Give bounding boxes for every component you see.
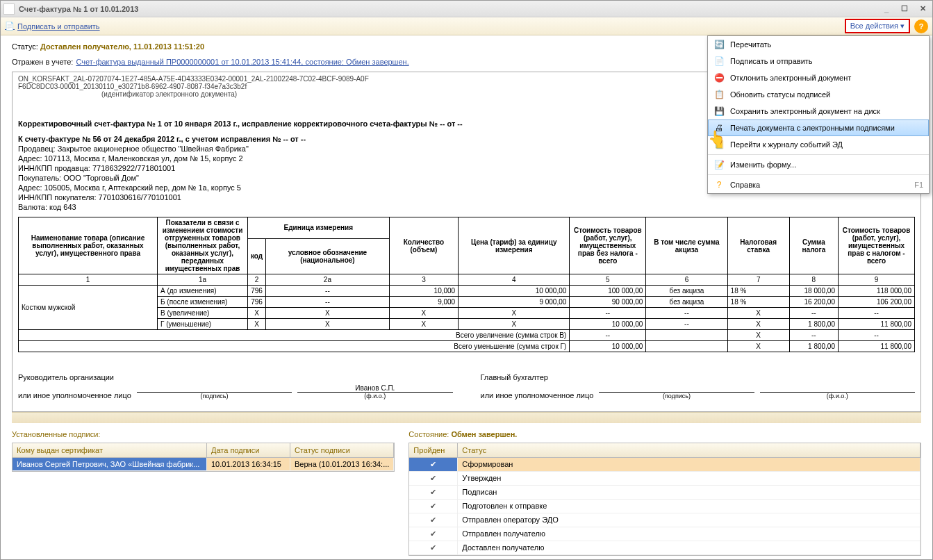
titlebar: Счет-фактура № 1 от 10.01.2013 _ ☐ ✕ xyxy=(1,1,932,17)
menu-journal[interactable]: 📒Перейти к журналу событий ЭД xyxy=(708,136,929,153)
status-row[interactable]: ✔Сформирован xyxy=(409,458,920,472)
status-row[interactable]: ✔Утвержден xyxy=(409,472,920,486)
save-icon: 💾 xyxy=(713,106,725,117)
reflected-invoice-link[interactable]: Счет-фактура выданный ПР0000000001 от 10… xyxy=(76,58,408,66)
menu-save-disk[interactable]: 💾Сохранить электронный документ на диск xyxy=(708,103,929,120)
minimize-button[interactable]: _ xyxy=(880,3,893,15)
signatures-title: Установленные подписи: xyxy=(12,430,395,438)
close-button[interactable]: ✕ xyxy=(916,3,930,15)
status-row[interactable]: ✔Подготовлен к отправке xyxy=(409,500,920,513)
help-button[interactable]: ? xyxy=(914,19,928,33)
signature-row[interactable]: Иванов Сергей Петрович, ЗАО «Швейная фаб… xyxy=(13,458,394,471)
menu-sign-send[interactable]: 📄Подписать и отправить xyxy=(708,53,929,69)
menu-print-sig[interactable]: 🖨Печать документа с электронными подпися… xyxy=(708,120,929,136)
invoice-table: Наименование товара (описание выполненны… xyxy=(18,217,915,352)
window-icon xyxy=(3,3,15,15)
sign-and-send-link[interactable]: 📄 Подписать и отправить xyxy=(5,22,100,31)
menu-help[interactable]: ?СправкаF1 xyxy=(708,176,929,193)
all-actions-button[interactable]: Все действия ▾ xyxy=(845,19,910,33)
reject-icon: ⛔ xyxy=(713,72,725,83)
exchange-state: Обмен завершен. xyxy=(451,430,517,438)
cursor-icon: 👆 xyxy=(708,129,725,146)
menu-reject[interactable]: ⛔Отклонить электронный документ xyxy=(708,69,929,86)
form-icon: 📝 xyxy=(713,159,725,170)
menu-reread[interactable]: 🔄Перечитать xyxy=(708,36,929,53)
menu-update-sig[interactable]: 📋Обновить статусы подписей xyxy=(708,86,929,103)
table-row: Костюм мужской А (до изменения)796--10,0… xyxy=(19,286,915,297)
status-row[interactable]: ✔Доставлен получателю xyxy=(409,541,920,555)
stamp-icon: 📄 xyxy=(5,22,15,31)
help-icon: ? xyxy=(713,179,725,190)
status-value: Доставлен получателю, 11.01.2013 11:51:2… xyxy=(40,42,204,51)
maximize-button[interactable]: ☐ xyxy=(898,3,911,15)
stamp-icon: 📄 xyxy=(713,56,725,67)
status-row[interactable]: ✔Отправлен оператору ЭДО xyxy=(409,513,920,527)
window-title: Счет-фактура № 1 от 10.01.2013 xyxy=(19,5,880,13)
status-row[interactable]: ✔Подписан xyxy=(409,486,920,500)
horizontal-scrollbar[interactable] xyxy=(12,412,921,423)
toolbar: 📄 Подписать и отправить Все действия ▾ ? xyxy=(1,17,932,35)
signatures-grid: Кому выдан сертификат Дата подписи Стату… xyxy=(12,443,395,472)
refresh-icon: 🔄 xyxy=(713,39,725,50)
status-grid: Пройден Статус ✔Сформирован✔Утвержден✔По… xyxy=(408,443,921,556)
all-actions-menu: 🔄Перечитать 📄Подписать и отправить ⛔Откл… xyxy=(707,35,930,194)
status-row[interactable]: ✔Отправлен получателю xyxy=(409,527,920,541)
menu-change-form[interactable]: 📝Изменить форму... xyxy=(708,156,929,173)
update-icon: 📋 xyxy=(713,89,725,100)
